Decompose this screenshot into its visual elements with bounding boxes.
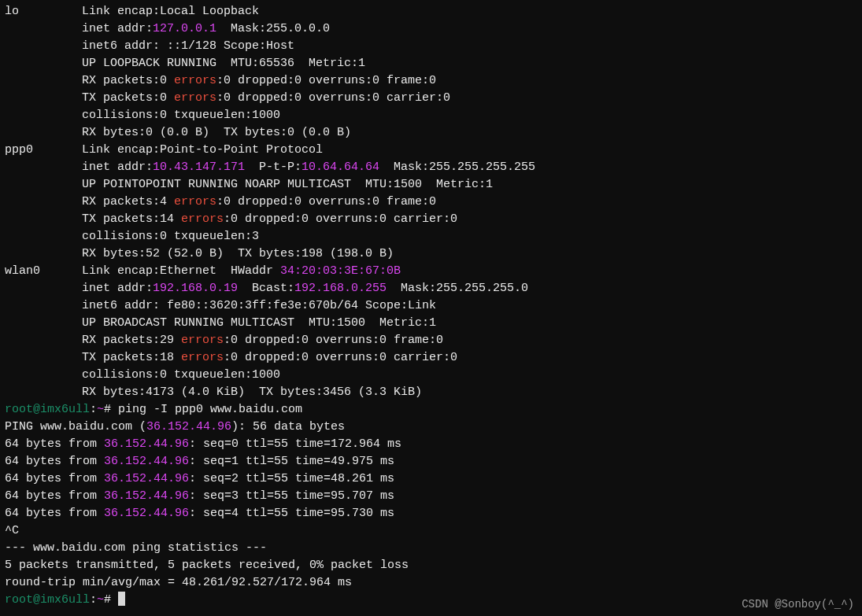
terminal-line: RX packets:29 errors:0 dropped:0 overrun… bbox=[5, 332, 857, 349]
terminal-line: round-trip min/avg/max = 48.261/92.527/1… bbox=[5, 574, 857, 592]
terminal-line: 64 bytes from 36.152.44.96: seq=0 ttl=55… bbox=[5, 436, 857, 453]
terminal-line: RX bytes:52 (52.0 B) TX bytes:198 (198.0… bbox=[5, 245, 857, 263]
terminal-line: RX packets:4 errors:0 dropped:0 overruns… bbox=[5, 194, 857, 211]
cursor bbox=[118, 592, 125, 606]
terminal-line: inet addr:127.0.0.1 Mask:255.0.0.0 bbox=[5, 20, 857, 38]
terminal-line: 64 bytes from 36.152.44.96: seq=3 ttl=55… bbox=[5, 488, 857, 505]
terminal-line: TX packets:18 errors:0 dropped:0 overrun… bbox=[5, 349, 857, 367]
terminal-line: collisions:0 txqueuelen:1000 bbox=[5, 367, 857, 384]
terminal-line: UP POINTOPOINT RUNNING NOARP MULTICAST M… bbox=[5, 176, 857, 194]
terminal-line: UP BROADCAST RUNNING MULTICAST MTU:1500 … bbox=[5, 315, 857, 332]
terminal-line: RX bytes:0 (0.0 B) TX bytes:0 (0.0 B) bbox=[5, 124, 857, 142]
terminal-line: 64 bytes from 36.152.44.96: seq=2 ttl=55… bbox=[5, 470, 857, 488]
watermark-text: CSDN @Sonboy(^_^) bbox=[742, 596, 854, 613]
terminal-line: inet addr:192.168.0.19 Bcast:192.168.0.2… bbox=[5, 280, 857, 297]
terminal-line: TX packets:0 errors:0 dropped:0 overruns… bbox=[5, 90, 857, 107]
terminal-line: UP LOOPBACK RUNNING MTU:65536 Metric:1 bbox=[5, 55, 857, 72]
terminal-line: inet6 addr: fe80::3620:3ff:fe3e:670b/64 … bbox=[5, 297, 857, 315]
terminal-line: collisions:0 txqueuelen:1000 bbox=[5, 107, 857, 124]
terminal-line: RX bytes:4173 (4.0 KiB) TX bytes:3456 (3… bbox=[5, 384, 857, 401]
terminal-line: RX packets:0 errors:0 dropped:0 overruns… bbox=[5, 72, 857, 90]
terminal-line: inet6 addr: ::1/128 Scope:Host bbox=[5, 38, 857, 55]
terminal-line: ^C bbox=[5, 522, 857, 540]
terminal-line: 5 packets transmitted, 5 packets receive… bbox=[5, 557, 857, 574]
terminal-line: PING www.baidu.com (36.152.44.96): 56 da… bbox=[5, 419, 857, 436]
terminal-line: TX packets:14 errors:0 dropped:0 overrun… bbox=[5, 211, 857, 228]
terminal-line: 64 bytes from 36.152.44.96: seq=4 ttl=55… bbox=[5, 505, 857, 522]
terminal-line: collisions:0 txqueuelen:3 bbox=[5, 228, 857, 245]
terminal-line: 64 bytes from 36.152.44.96: seq=1 ttl=55… bbox=[5, 453, 857, 470]
terminal-line: root@imx6ull:~# ping -I ppp0 www.baidu.c… bbox=[5, 401, 857, 419]
terminal-line: root@imx6ull:~# bbox=[5, 592, 857, 609]
terminal-line: --- www.baidu.com ping statistics --- bbox=[5, 540, 857, 557]
terminal-line: ppp0Link encap:Point-to-Point Protocol bbox=[5, 142, 857, 159]
terminal-line: inet addr:10.43.147.171 P-t-P:10.64.64.6… bbox=[5, 159, 857, 176]
terminal-line: wlan0Link encap:Ethernet HWaddr 34:20:03… bbox=[5, 263, 857, 280]
terminal-output[interactable]: loLink encap:Local Loopback inet addr:12… bbox=[5, 3, 857, 609]
terminal-line: loLink encap:Local Loopback bbox=[5, 3, 857, 20]
